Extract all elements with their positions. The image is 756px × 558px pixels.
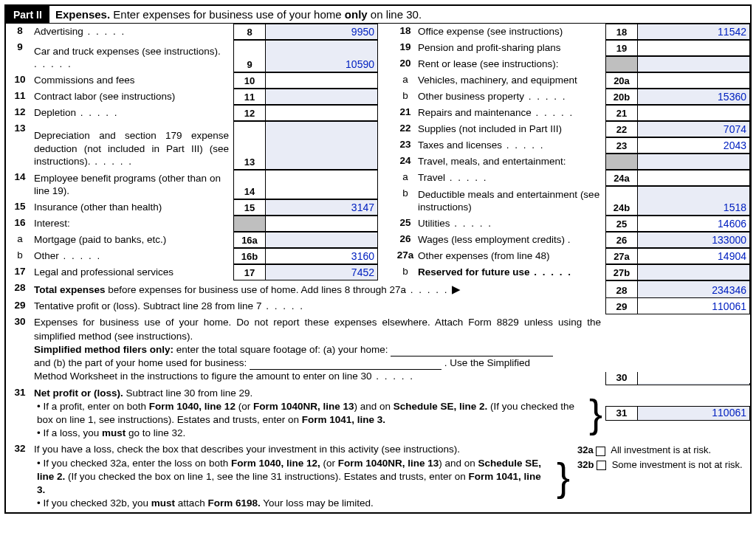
amount-field[interactable] [266,121,378,170]
box-number: 24a [605,170,638,186]
amount-field[interactable]: 7452 [266,264,378,280]
line-number: 19 [393,40,418,56]
amount-field[interactable]: 14904 [638,248,750,264]
amount-field[interactable] [638,72,750,89]
amount-field [638,154,750,170]
desc-text: Tentative profit or (loss). Subtract lin… [34,300,304,311]
amount-field[interactable]: 14606 [638,216,750,232]
blank-input-b[interactable] [250,359,441,370]
row-20b: b Other business property 20b 15360 [378,89,750,105]
amount-field[interactable] [266,72,378,89]
row-31: 31 Net profit or (loss). Subtract line 3… [6,385,750,442]
line-desc: Vehicles, machinery, and equipment [418,72,605,89]
line-number: 22 [393,121,418,137]
desc-p3: and (b) the part of your home used for b… [34,356,601,370]
line-number: 10 [6,72,34,89]
blank-input-a[interactable] [391,346,553,356]
desc-text: Other [34,249,229,263]
row-21: 21 Repairs and maintenance 21 [378,105,750,121]
line-desc: Depletion [34,105,233,121]
line-number: 23 [393,137,418,154]
amount-field[interactable] [638,40,750,56]
expense-columns: 8 Advertising 8 9950 9 Car and truck exp… [6,24,750,280]
desc-text: Utilities [418,217,601,230]
row-9: 9 Car and truck expenses (see instructio… [6,40,378,72]
amount-field[interactable]: 9950 [266,24,378,40]
amount-field[interactable] [638,170,750,186]
amount-field[interactable]: 110061 [638,298,750,314]
bullet-1: If a profit, enter on both Form 1040, li… [34,400,583,427]
line-desc: Other business property [418,89,605,105]
amount-field[interactable]: 2043 [638,137,750,154]
row-24: 24 Travel, meals, and entertainment: [378,154,750,170]
row-22: 22 Supplies (not included in Part III) 2… [378,121,750,137]
line-desc: Advertising [34,24,233,40]
line-number: 9 [6,40,34,72]
desc-p1: If you have a loss, check the box that d… [34,443,551,456]
desc-p1: Expenses for business use of your home. … [34,316,601,342]
checkbox-32b[interactable] [597,461,606,470]
line-desc: Mortgage (paid to banks, etc.) [34,232,233,248]
line-desc: Travel, meals, and entertainment: [418,154,605,170]
amount-field[interactable]: 7074 [638,121,750,137]
checkbox-label-num: 32a [577,444,594,455]
line-desc: Supplies (not included in Part III) [418,121,605,137]
row-30: 30 Expenses for business use of your hom… [6,314,750,385]
box-disabled [233,216,266,232]
amount-field[interactable]: 133000 [638,232,750,248]
amount-field[interactable] [266,170,378,199]
desc-bold: Total expenses [34,284,106,295]
checkbox-32a[interactable] [596,447,605,456]
amount-field[interactable]: 110061 [638,406,750,421]
bullet-2: If you checked 32b, you must attach Form… [34,497,551,510]
checkbox-label-num: 32b [577,459,594,470]
row-27b: b Reserved for future use 27b [378,264,750,280]
amount-field[interactable]: 1518 [638,186,750,216]
desc-text: and (b) the part of your home used for b… [34,357,250,368]
desc-text: Pension and profit-sharing plans [418,41,601,55]
amount-field[interactable] [638,264,750,280]
line-desc: Travel [418,170,605,186]
amount-field[interactable]: 11542 [638,24,750,40]
line-desc: Deductible meals and entertainment (see … [418,186,605,216]
desc-text: Wages (less employment credits) . [418,233,601,247]
box-number: 25 [605,216,638,232]
row-18: 18 Office expense (see instructions) 18 … [378,24,750,40]
desc-text: Depreciation and section 179 expense ded… [34,129,229,168]
desc-p2: Simplified method filers only: enter the… [34,343,601,356]
line-number: 8 [6,24,34,40]
amount-field[interactable]: 3160 [266,248,378,264]
amount-field[interactable]: 3147 [266,199,378,216]
amount-field[interactable]: 15360 [638,89,750,105]
desc-text: Method Worksheet in the instructions to … [34,371,414,382]
desc-text: Deductible meals and entertainment (see … [418,188,601,214]
amount-field[interactable] [266,89,378,105]
amount-field[interactable] [638,105,750,121]
desc-text: Travel [418,171,601,185]
box-disabled [605,154,638,170]
line-desc: Wages (less employment credits) . [418,232,605,248]
row-25: 25 Utilities 25 14606 [378,216,750,232]
desc-text: before expenses for business use of home… [106,284,449,295]
line-number: 17 [6,264,34,280]
line-number: 25 [393,216,418,232]
row-16a: a Mortgage (paid to banks, etc.) 16a [6,232,378,248]
line-number: 15 [6,199,34,216]
amount-field[interactable]: 10590 [266,40,378,72]
row-16b: b Other 16b 3160 [6,248,378,264]
line-subletter: a [393,72,418,89]
line-number: 28 [6,280,34,298]
line-number: 30 [6,314,34,327]
box-number: 31 [605,406,638,421]
bullet-1: If you checked 32a, enter the loss on bo… [34,457,551,497]
amount-field[interactable] [266,232,378,248]
row-29: 29 Tentative profit or (loss). Subtract … [6,298,750,314]
desc-text: Commissions and fees [34,74,229,87]
amount-field[interactable] [266,105,378,121]
box-number: 9 [233,40,266,72]
amount-field [266,216,378,232]
box-number: 20b [605,89,638,105]
desc-text: Vehicles, machinery, and equipment [418,74,601,87]
line-desc: Taxes and licenses [418,137,605,154]
amount-field[interactable]: 234346 [638,280,750,298]
